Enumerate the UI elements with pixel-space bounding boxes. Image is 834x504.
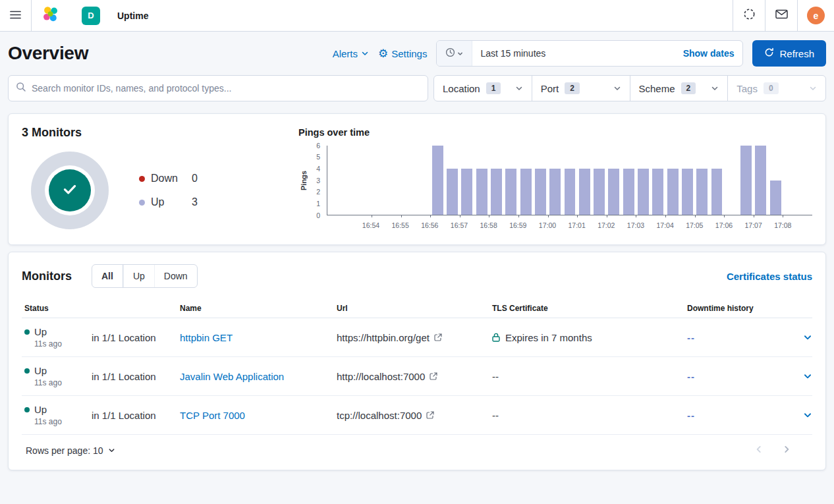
status-legend: Down 0 Up 3 <box>139 173 198 208</box>
divider <box>797 0 798 31</box>
y-tick-label: 4 <box>316 165 320 173</box>
space-badge[interactable]: D <box>82 7 100 25</box>
rows-per-page-button[interactable]: Rows per page: 10 <box>26 445 115 456</box>
pings-y-ticks: 0123456 <box>309 146 322 215</box>
table-footer: Rows per page: 10 <box>22 435 812 466</box>
y-tick-label: 1 <box>316 200 320 208</box>
filter-group: Location 1 Port 2 Scheme 2 Tags 0 <box>433 75 826 101</box>
monitor-name-link[interactable]: Javalin Web Application <box>180 371 337 382</box>
x-tick-label: 17:00 <box>539 221 556 229</box>
certificates-status-link[interactable]: Certificates status <box>727 271 812 282</box>
x-tick-label: 17:02 <box>598 221 615 229</box>
uptime-app: D Uptime e Overview <box>0 0 834 504</box>
x-tick-label: 16:54 <box>362 221 379 229</box>
ping-bar <box>432 146 443 215</box>
location-cell: in 1/1 Location <box>92 410 180 421</box>
legend-label: Down <box>151 173 192 184</box>
chevron-down-icon <box>809 83 817 94</box>
newsfeed-button[interactable] <box>765 0 797 31</box>
show-dates-button[interactable]: Show dates <box>675 41 743 66</box>
snapshot-panel: 3 Monitors <box>8 113 826 245</box>
last-check-time: 11s ago <box>24 339 92 349</box>
x-tick-label: 17:06 <box>715 221 733 229</box>
ping-bar <box>696 169 708 215</box>
tls-expiry-text: -- <box>492 410 499 421</box>
menu-button[interactable] <box>0 0 31 31</box>
filter-count-badge: 2 <box>565 82 580 94</box>
tab-down[interactable]: Down <box>154 265 197 287</box>
x-tick-label: 17:01 <box>569 221 586 229</box>
filter-count-badge: 1 <box>486 82 501 94</box>
ping-bar <box>476 169 487 215</box>
status-cell: Up 11s ago <box>24 365 92 387</box>
url-text: tcp://localhost:7000 <box>337 410 422 421</box>
column-status: Status <box>24 304 92 313</box>
table-header-row: Status Name Url TLS Certificate Downtime… <box>22 298 812 318</box>
breadcrumb[interactable]: Uptime <box>117 11 148 21</box>
y-tick-label: 5 <box>316 154 320 161</box>
column-name: Name <box>180 304 337 313</box>
hamburger-icon <box>10 10 21 22</box>
pings-plot <box>327 146 812 215</box>
tab-up[interactable]: Up <box>123 265 154 287</box>
filter-bar: Location 1 Port 2 Scheme 2 Tags 0 <box>8 75 826 101</box>
monitor-url-link[interactable]: https://httpbin.org/get <box>337 332 492 343</box>
ping-bar <box>447 169 458 215</box>
monitor-name-link[interactable]: TCP Port 7000 <box>180 410 337 421</box>
filter-port[interactable]: Port 2 <box>532 76 630 101</box>
monitor-url-link[interactable]: tcp://localhost:7000 <box>337 410 492 421</box>
filter-count-badge: 2 <box>681 82 696 94</box>
filter-scheme[interactable]: Scheme 2 <box>630 76 728 101</box>
up-status-dot-icon <box>24 368 30 374</box>
pings-x-ticks: 16:5416:5516:5616:5716:5816:5917:0017:01… <box>327 215 812 231</box>
next-page-button[interactable] <box>782 445 791 457</box>
guided-setup-button[interactable] <box>733 0 765 31</box>
search-icon <box>16 82 26 95</box>
filter-label: Location <box>443 83 480 94</box>
tls-cell: -- <box>492 371 687 382</box>
top-navigation-bar: D Uptime e <box>0 0 834 32</box>
x-tick-label: 17:07 <box>745 221 762 229</box>
chevron-down-icon <box>361 48 369 59</box>
legend-value: 3 <box>192 196 198 208</box>
x-tick-label: 16:55 <box>392 221 409 229</box>
mail-icon <box>775 9 788 22</box>
expand-row-button[interactable] <box>791 372 812 381</box>
page-title: Overview <box>8 43 88 64</box>
chevron-down-icon <box>457 47 463 59</box>
time-range-value[interactable]: Last 15 minutes <box>472 41 674 66</box>
y-tick-label: 2 <box>316 188 320 196</box>
chevron-down-icon <box>108 445 115 456</box>
pings-chart: Pings 0123456 16:5416:5516:5616:5716:581… <box>298 146 812 231</box>
tab-all[interactable]: All <box>92 265 123 287</box>
ping-bar <box>520 169 532 215</box>
previous-page-button[interactable] <box>754 445 764 457</box>
chevron-down-icon <box>711 83 719 94</box>
external-link-icon <box>434 333 442 341</box>
y-tick-label: 6 <box>316 142 320 150</box>
x-tick-label: 16:57 <box>451 221 468 229</box>
ping-bar <box>505 169 516 215</box>
column-url: Url <box>337 304 492 313</box>
table-row: Up 11s ago in 1/1 Location TCP Port 7000… <box>22 396 812 435</box>
monitor-name-link[interactable]: httpbin GET <box>180 332 337 343</box>
expand-row-button[interactable] <box>791 333 812 342</box>
refresh-button[interactable]: Refresh <box>752 40 826 67</box>
time-quick-select-button[interactable] <box>437 41 472 66</box>
monitor-url-link[interactable]: http://localhost:7000 <box>337 371 492 382</box>
filter-location[interactable]: Location 1 <box>434 76 532 101</box>
alerts-dropdown-button[interactable]: Alerts <box>333 48 369 59</box>
user-avatar[interactable]: e <box>807 7 825 24</box>
elastic-home-button[interactable] <box>32 0 70 31</box>
alerts-label: Alerts <box>333 48 358 59</box>
status-filter-tabs: All Up Down <box>92 264 198 288</box>
ping-bar <box>549 169 561 215</box>
filter-count-badge: 0 <box>764 82 779 94</box>
external-link-icon <box>426 411 434 419</box>
downtime-history: -- <box>687 371 791 382</box>
table-row: Up 11s ago in 1/1 Location Javalin Web A… <box>22 357 812 396</box>
search-input[interactable] <box>32 83 420 94</box>
expand-row-button[interactable] <box>791 410 812 420</box>
settings-button[interactable]: ⚙ Settings <box>378 48 427 59</box>
filter-tags[interactable]: Tags 0 <box>727 76 825 101</box>
